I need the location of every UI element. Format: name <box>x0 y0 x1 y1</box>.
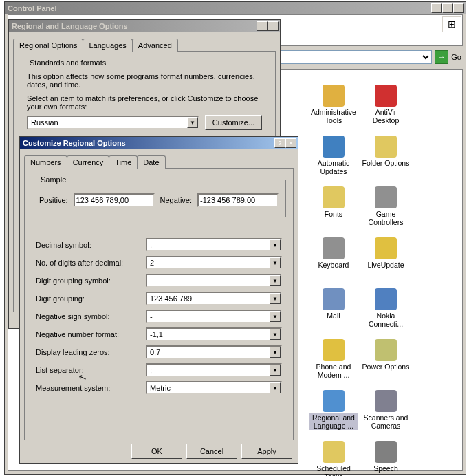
cp-icon <box>323 186 345 208</box>
field-value: ; <box>150 366 152 374</box>
cp-label: Folder Options <box>362 159 410 167</box>
cp-item[interactable]: Folder Options <box>360 134 412 184</box>
field-row-groupSym: Digit grouping symbol:▼ <box>36 274 282 288</box>
cp-icon <box>323 85 345 107</box>
cp-item[interactable]: Regional and Language ... <box>307 389 360 438</box>
go-label: Go <box>451 53 461 61</box>
help-button[interactable]: ? <box>257 21 268 31</box>
field-label: Digit grouping: <box>36 294 146 303</box>
cp-item[interactable]: LiveUpdate <box>360 236 412 285</box>
titlebar[interactable]: Control Panel _ □ × <box>5 2 466 14</box>
tab-advanced[interactable]: Advanced <box>132 39 178 52</box>
cp-icon <box>375 339 397 361</box>
field-label: Measurement system: <box>36 384 146 392</box>
cp-icon <box>375 390 397 412</box>
field-label: Negative sign symbol: <box>36 312 146 321</box>
tab-strip: Regional Options Languages Advanced <box>9 39 280 52</box>
tab-strip: Numbers Currency Time Date <box>20 155 298 169</box>
field-label: Display leading zeros: <box>36 348 146 356</box>
locale-select[interactable]: Russian ▼ <box>27 116 199 129</box>
cp-item[interactable]: Administrative Tools <box>307 83 360 133</box>
customize-button[interactable]: Customize... <box>205 115 262 130</box>
field-value: Metric <box>150 384 171 392</box>
cp-item[interactable]: Nokia Connecti... <box>360 287 412 336</box>
minimize-button[interactable]: _ <box>431 3 442 13</box>
maximize-button[interactable]: □ <box>442 3 453 13</box>
cancel-button[interactable]: Cancel <box>186 444 237 459</box>
cp-icon <box>375 288 397 310</box>
customize-regional-options-dialog: Customize Regional Options ? × Numbers C… <box>19 136 298 464</box>
field-row-negSign: Negative sign symbol:-▼ <box>36 310 282 323</box>
chevron-down-icon: ▼ <box>270 275 281 286</box>
negative-label: Negative: <box>160 196 192 204</box>
field-combo-listSep[interactable]: ;▼ <box>146 363 282 377</box>
field-combo-measure[interactable]: Metric▼ <box>146 381 282 395</box>
close-button[interactable]: × <box>285 138 296 148</box>
icon-grid: Administrative ToolsAntiVir DesktopAutom… <box>307 83 460 468</box>
ok-button[interactable]: OK <box>131 444 182 459</box>
tab-time[interactable]: Time <box>109 155 138 169</box>
dialog-title: Customize Regional Options <box>21 139 274 147</box>
titlebar[interactable]: Customize Regional Options ? × <box>20 137 298 149</box>
field-combo-negSign[interactable]: -▼ <box>146 310 282 323</box>
field-combo-groupSym[interactable]: ▼ <box>146 274 282 288</box>
field-combo-leadZero[interactable]: 0,7▼ <box>146 345 282 359</box>
cp-icon <box>323 288 345 310</box>
cp-label: Scheduled Tasks <box>309 464 358 476</box>
window-title: Control Panel <box>6 4 431 12</box>
cp-label: Fonts <box>325 210 342 218</box>
field-combo-digits[interactable]: 2▼ <box>146 256 282 270</box>
cp-item[interactable]: Scanners and Cameras <box>360 389 412 438</box>
cp-item[interactable]: Keyboard <box>307 236 360 285</box>
cp-item[interactable]: AntiVir Desktop <box>360 83 412 133</box>
cp-label: Phone and Modem ... <box>309 363 358 379</box>
tab-regional-options[interactable]: Regional Options <box>13 39 83 52</box>
chevron-down-icon: ▼ <box>270 239 281 250</box>
dialog-title: Regional and Language Options <box>10 22 257 30</box>
cp-label: Mail <box>327 312 340 320</box>
cp-item[interactable]: Fonts <box>307 185 360 235</box>
cp-item[interactable]: Automatic Updates <box>307 134 360 184</box>
field-label: List separator: <box>36 366 146 374</box>
field-combo-negFmt[interactable]: -1,1▼ <box>146 327 282 341</box>
chevron-down-icon: ▼ <box>270 257 281 268</box>
cp-item[interactable]: Scheduled Tasks <box>307 440 360 476</box>
desc-text: This option affects how some programs fo… <box>27 72 262 89</box>
tab-numbers[interactable]: Numbers <box>24 155 67 169</box>
field-label: Decimal symbol: <box>36 241 146 249</box>
field-value: 0,7 <box>150 348 160 356</box>
cp-label: Regional and Language ... <box>309 413 358 430</box>
field-label: Digit grouping symbol: <box>36 277 146 285</box>
field-value: -1,1 <box>150 330 163 338</box>
field-row-negFmt: Negative number format:-1,1▼ <box>36 327 282 341</box>
apply-button[interactable]: Apply <box>241 444 292 459</box>
tab-date[interactable]: Date <box>137 155 165 169</box>
field-row-measure: Measurement system:Metric▼ <box>36 381 282 395</box>
field-row-digits: No. of digits after decimal:2▼ <box>36 256 282 270</box>
help-button[interactable]: ? <box>274 138 285 148</box>
close-button[interactable]: × <box>453 3 464 13</box>
field-label: No. of digits after decimal: <box>36 259 146 267</box>
cp-item[interactable]: Speech <box>360 440 412 476</box>
field-value: - <box>150 312 153 321</box>
cp-item[interactable]: Phone and Modem ... <box>307 338 360 387</box>
cp-label: LiveUpdate <box>367 261 404 269</box>
tab-languages[interactable]: Languages <box>83 39 132 52</box>
field-value: 2 <box>150 259 154 267</box>
chevron-down-icon: ▼ <box>270 293 281 304</box>
go-button[interactable]: → <box>435 50 448 64</box>
cp-item[interactable]: Power Options <box>360 338 412 387</box>
cp-icon <box>375 237 397 259</box>
tab-currency[interactable]: Currency <box>67 155 110 169</box>
cp-item[interactable]: Game Controllers <box>360 185 412 235</box>
cp-icon <box>323 441 345 463</box>
titlebar[interactable]: Regional and Language Options ? × <box>9 20 280 32</box>
chevron-down-icon: ▼ <box>270 347 281 358</box>
cp-label: AntiVir Desktop <box>361 108 411 125</box>
close-button[interactable]: × <box>268 21 279 31</box>
standards-formats-group: Standards and formats This option affect… <box>21 58 268 136</box>
field-combo-decimal[interactable]: ,▼ <box>146 238 282 252</box>
field-combo-grouping[interactable]: 123 456 789▼ <box>146 292 282 305</box>
cp-item[interactable]: Mail <box>307 287 360 336</box>
cp-icon <box>375 441 397 463</box>
